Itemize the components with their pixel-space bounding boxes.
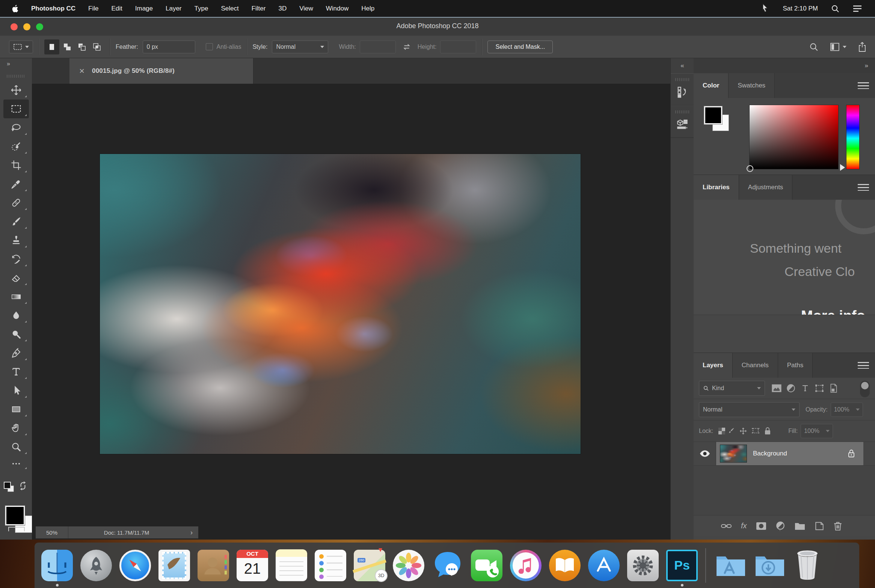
status-options-chevron[interactable]: ›: [185, 526, 198, 538]
dock-item-safari[interactable]: [116, 550, 155, 581]
intersect-selection-mode-button[interactable]: [89, 39, 104, 54]
menu-window[interactable]: Window: [326, 5, 348, 12]
lock-image-pixels-icon[interactable]: [725, 424, 737, 439]
layer-filter-kind-select[interactable]: Kind: [699, 381, 765, 396]
dock-item-messages[interactable]: [428, 550, 467, 581]
menu-3d[interactable]: 3D: [278, 5, 287, 12]
new-selection-mode-button[interactable]: [44, 39, 59, 54]
document-tab[interactable]: × 00015.jpg @ 50% (RGB/8#): [69, 58, 253, 84]
tool-rectangular-marquee[interactable]: [3, 100, 29, 118]
swap-colors-icon[interactable]: [18, 481, 28, 491]
dock-item-contacts[interactable]: [194, 550, 233, 581]
link-layers-icon[interactable]: [721, 523, 732, 529]
swap-width-height-icon[interactable]: [402, 42, 412, 52]
tool-history-brush[interactable]: [3, 250, 29, 268]
dock-item-photos[interactable]: [389, 550, 428, 581]
history-panel-button[interactable]: [671, 73, 694, 106]
dock-item-mail[interactable]: [155, 550, 194, 581]
tool-crop[interactable]: [3, 156, 29, 175]
menubar-clock[interactable]: Sat 2:10 PM: [783, 5, 818, 12]
dock-item-ibooks[interactable]: [545, 550, 584, 581]
hue-ramp[interactable]: [846, 105, 860, 169]
width-input[interactable]: [360, 41, 396, 53]
default-colors-icon[interactable]: [4, 482, 15, 493]
tool-clone-stamp[interactable]: [3, 231, 29, 250]
fill-field[interactable]: 100%: [801, 424, 833, 438]
layer-filter-toggle[interactable]: [860, 381, 870, 397]
document-image[interactable]: [100, 154, 581, 454]
pixel-layer-filter-icon[interactable]: [769, 381, 784, 396]
hue-slider-handle[interactable]: [840, 164, 845, 171]
workspace-switcher[interactable]: [830, 42, 846, 51]
search-icon[interactable]: [809, 42, 819, 52]
new-layer-icon[interactable]: [815, 521, 824, 531]
opacity-field[interactable]: 100%: [831, 403, 863, 417]
menu-image[interactable]: Image: [135, 5, 153, 12]
dock-item-finder[interactable]: [38, 550, 77, 581]
lock-position-icon[interactable]: [737, 424, 749, 439]
expand-panels-chevron[interactable]: »: [694, 58, 875, 73]
new-group-folder-icon[interactable]: [794, 522, 806, 531]
smart-object-filter-icon[interactable]: [827, 381, 841, 396]
new-adjustment-layer-icon[interactable]: [775, 521, 785, 531]
color-foreground-swatch[interactable]: [704, 106, 722, 124]
tab-paths[interactable]: Paths: [778, 353, 813, 378]
tool-lasso[interactable]: [3, 118, 29, 137]
lock-transparent-pixels-icon[interactable]: [718, 428, 725, 434]
spotlight-search-icon[interactable]: [831, 4, 840, 13]
tool-type[interactable]: [3, 362, 29, 381]
tab-layers[interactable]: Layers: [694, 353, 733, 378]
3d-panel-button[interactable]: [671, 106, 694, 138]
menu-select[interactable]: Select: [221, 5, 238, 12]
add-layer-mask-icon[interactable]: [756, 522, 766, 530]
close-tab-icon[interactable]: ×: [79, 66, 84, 76]
tool-eyedropper[interactable]: [3, 175, 29, 193]
add-to-selection-mode-button[interactable]: [59, 39, 74, 54]
menu-help[interactable]: Help: [361, 5, 374, 12]
toolbar-grip[interactable]: [7, 75, 25, 78]
quick-mask-button[interactable]: [8, 527, 25, 531]
dock-item-downloads-folder[interactable]: [749, 550, 788, 581]
select-and-mask-button[interactable]: Select and Mask...: [487, 41, 553, 53]
apple-menu[interactable]: [11, 4, 20, 14]
lock-artboard-icon[interactable]: [749, 424, 762, 439]
subtract-from-selection-mode-button[interactable]: [74, 39, 89, 54]
dock-item-reminders[interactable]: [311, 550, 350, 581]
tool-pen[interactable]: [3, 344, 29, 362]
tool-zoom[interactable]: [3, 437, 29, 456]
tab-channels[interactable]: Channels: [733, 353, 778, 378]
notification-center-icon[interactable]: [852, 5, 862, 13]
adjustment-layer-filter-icon[interactable]: [784, 381, 798, 396]
style-select[interactable]: Normal: [272, 41, 328, 53]
dock-item-system-preferences[interactable]: [623, 550, 662, 581]
dock-item-itunes[interactable]: [506, 550, 545, 581]
dock-item-notes[interactable]: [272, 549, 311, 581]
tool-gradient[interactable]: [3, 287, 29, 306]
panel-menu-icon[interactable]: [858, 362, 869, 369]
shape-layer-filter-icon[interactable]: [812, 381, 827, 396]
dock-item-calendar[interactable]: OCT 21: [233, 550, 272, 581]
dock-item-app-store[interactable]: [584, 550, 623, 581]
edit-toolbar-ellipsis[interactable]: [3, 456, 29, 471]
menu-filter[interactable]: Filter: [252, 5, 266, 12]
layer-name[interactable]: Background: [753, 450, 842, 457]
layer-style-fx-icon[interactable]: fx: [741, 522, 747, 530]
blend-mode-select[interactable]: Normal: [699, 402, 800, 417]
tab-libraries[interactable]: Libraries: [694, 175, 739, 200]
menu-edit[interactable]: Edit: [111, 5, 122, 12]
layer-thumbnail[interactable]: [720, 445, 747, 463]
more-info-link[interactable]: More info: [801, 308, 865, 315]
panel-menu-icon[interactable]: [858, 82, 869, 89]
panel-menu-icon[interactable]: [858, 184, 869, 191]
tool-eraser[interactable]: [3, 268, 29, 287]
delete-layer-trash-icon[interactable]: [833, 521, 842, 531]
menu-file[interactable]: File: [88, 5, 98, 12]
dock-item-trash[interactable]: [788, 550, 827, 581]
layer-visibility-cell[interactable]: [694, 442, 716, 465]
layers-list-empty-area[interactable]: [694, 466, 875, 515]
menu-photoshop[interactable]: Photoshop CC: [31, 5, 75, 12]
zoom-level-field[interactable]: 50%: [36, 526, 68, 538]
collapse-panels-chevron[interactable]: «: [671, 58, 694, 73]
tool-brush[interactable]: [3, 212, 29, 231]
dock-item-launchpad[interactable]: [77, 550, 116, 581]
